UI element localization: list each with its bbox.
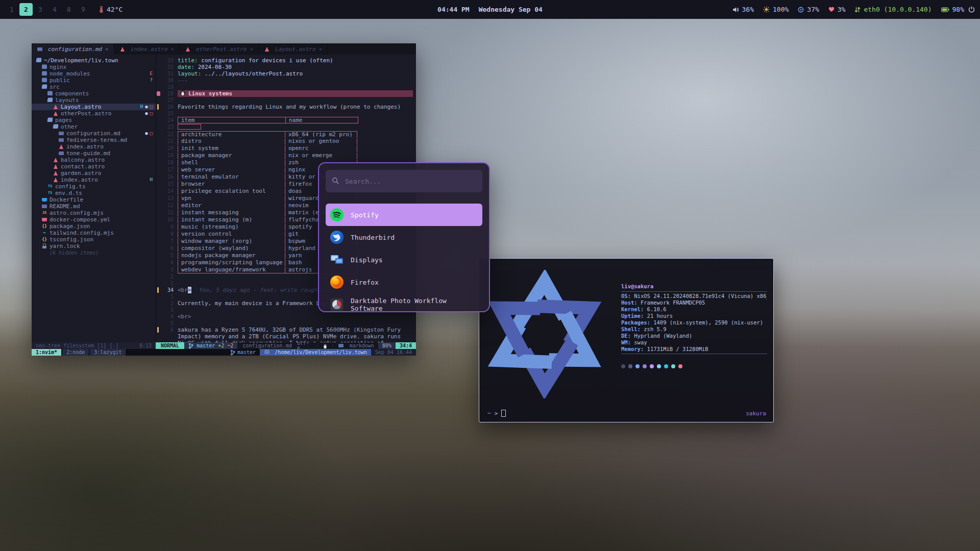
tree-item[interactable]: (6 hidden items)	[32, 249, 156, 256]
markdown-icon	[338, 343, 344, 349]
line-number: 10	[160, 216, 178, 223]
line-number: 11	[160, 209, 178, 216]
editor-tab[interactable]: index.astro×	[114, 43, 180, 55]
tab-close-icon[interactable]: ×	[170, 46, 174, 53]
firefox-app-icon	[330, 275, 344, 289]
buffer-line[interactable]: 28Linux systems	[156, 90, 416, 97]
clock-date: Wednesday Sep 04	[479, 6, 543, 13]
tree-item[interactable]: yarn.lock	[32, 243, 156, 249]
astro-icon	[53, 170, 59, 177]
tab-close-icon[interactable]: ×	[105, 46, 109, 53]
tree-item[interactable]: README.md	[32, 203, 156, 210]
editor-tab[interactable]: Layout.astro×	[259, 43, 328, 55]
tree-item-label: fediverse-terms.md	[66, 137, 127, 143]
tree-item[interactable]: configuration.md●□	[32, 130, 156, 137]
buffer-line[interactable]: 31layout: ../../layouts/otherPost.astro	[156, 70, 416, 77]
editor-tab[interactable]: otherPost.astro×	[180, 43, 259, 55]
tree-item[interactable]: nginx	[32, 64, 156, 70]
buffer-line[interactable]: 6sakura has a Ryzen 5 7640U, 32GB of DDR…	[156, 327, 416, 342]
statusbar-module-volume[interactable]: 36%	[732, 6, 754, 13]
tree-item[interactable]: Dockerfile	[32, 196, 156, 203]
tree-item[interactable]: tone-guide.md	[32, 150, 156, 157]
statusbar-module-brightness[interactable]: 100%	[763, 6, 789, 13]
tree-item[interactable]: package.json	[32, 223, 156, 230]
workspace-button[interactable]: 4	[48, 3, 61, 16]
tree-root[interactable]: ~/Development/liv.town	[32, 57, 156, 64]
vim-mode-indicator: NORMAL	[156, 342, 184, 349]
tree-item[interactable]: node_modulesE	[32, 70, 156, 77]
tree-item[interactable]: pages	[32, 117, 156, 123]
statusbar-module-network[interactable]: eth0 (10.0.0.140)	[854, 6, 932, 13]
tree-item[interactable]: garden.astro	[32, 170, 156, 177]
buffer-line[interactable]: 26Favorite things regarding Linux and my…	[156, 104, 416, 110]
statusbar-module-cpu[interactable]: 3%	[828, 6, 846, 13]
search-input[interactable]	[344, 177, 476, 186]
launcher-item[interactable]: Displays	[326, 248, 482, 271]
buffer-line[interactable]: 19package managernix or emerge	[156, 152, 416, 159]
buffer-line[interactable]: 23	[156, 123, 416, 131]
workspace-button[interactable]: 1	[5, 3, 18, 16]
palette-dot	[621, 364, 625, 368]
tree-item[interactable]: tsconfig.json	[32, 236, 156, 243]
tree-item[interactable]: astro.config.mjs	[32, 210, 156, 216]
shell-prompt[interactable]: ~ >	[487, 410, 506, 417]
tree-item[interactable]: contact.astro	[32, 163, 156, 170]
tree-item[interactable]: config.ts	[32, 183, 156, 190]
workspace-button[interactable]: 2	[19, 3, 33, 16]
tmux-window[interactable]: 1:nvim*	[32, 349, 61, 356]
tmux-window[interactable]: 3:lazygit	[90, 349, 126, 356]
statusbar-module-disk[interactable]: 37%	[798, 6, 819, 13]
tree-item[interactable]: balcony.astro	[32, 157, 156, 163]
buffer-line[interactable]: 5	[156, 320, 416, 327]
fetch-info-row: DE: Hyprland (Wayland)	[621, 333, 767, 339]
search-icon	[332, 177, 339, 186]
tree-item[interactable]: src	[32, 84, 156, 90]
tree-item[interactable]: components	[32, 90, 156, 97]
palette-dot	[650, 364, 654, 368]
tree-item[interactable]: index.astroH	[32, 177, 156, 183]
buffer-line[interactable]: 21distronixos or gentoo	[156, 138, 416, 145]
tree-item[interactable]: Layout.astroH●□	[32, 104, 156, 110]
tree-item[interactable]: docker-compose.yml	[32, 216, 156, 223]
fetch-info-row: Packages: 1409 (nix-system), 2590 (nix-u…	[621, 319, 767, 326]
buffer-line[interactable]: 20init systemopenrc	[156, 145, 416, 152]
launcher-search[interactable]	[326, 170, 482, 192]
workspace-button[interactable]: 3	[34, 3, 47, 16]
prompt-path: ~	[487, 410, 491, 417]
launcher-item[interactable]: Thunderbird	[326, 226, 482, 248]
editor-cursor: >	[188, 287, 191, 293]
tree-item[interactable]: other	[32, 123, 156, 130]
buffer-line[interactable]: 27	[156, 97, 416, 104]
buffer-line[interactable]: 32date: 2024-08-30	[156, 64, 416, 70]
buffer-line[interactable]: 25	[156, 110, 416, 117]
tree-item[interactable]: index.astro	[32, 143, 156, 150]
tree-item[interactable]: env.d.ts	[32, 190, 156, 196]
tab-close-icon[interactable]: ×	[250, 46, 253, 53]
tab-close-icon[interactable]: ×	[319, 46, 323, 53]
workspace-button[interactable]: 8	[62, 3, 76, 16]
editor-tab[interactable]: configuration.md×	[32, 43, 114, 55]
tree-item[interactable]: layouts	[32, 97, 156, 104]
module-value: 37%	[807, 6, 819, 13]
tree-item[interactable]: fediverse-terms.md	[32, 137, 156, 143]
launcher-item[interactable]: Spotify	[326, 204, 482, 226]
buffer-line[interactable]: 24itemname	[156, 117, 416, 123]
tmux-window[interactable]: 2:node	[62, 349, 89, 356]
folder-open-icon	[53, 124, 59, 130]
neotree-status: neo-tree filesystem [1] [-] 8:13	[32, 342, 156, 349]
launcher-item[interactable]: Darktable Photo Workflow Software	[326, 293, 482, 312]
tree-item[interactable]: tailwind.config.mjs	[32, 230, 156, 236]
workspace-button[interactable]: 9	[77, 3, 90, 16]
tree-item[interactable]: otherPost.astro●□	[32, 110, 156, 117]
tree-item[interactable]: public?	[32, 77, 156, 84]
markdown-heading: Linux systems	[178, 90, 413, 97]
buffer-line[interactable]: 30---	[156, 77, 416, 84]
buffer-line[interactable]: 4<br>	[156, 313, 416, 320]
buffer-line[interactable]: 33title: configuration for devices i use…	[156, 57, 416, 64]
fetch-info-row: Uptime: 21 hours	[621, 313, 767, 319]
launcher-item[interactable]: Firefox	[326, 271, 482, 293]
buffer-line[interactable]: 29	[156, 84, 416, 90]
statusbar-module-battery[interactable]: 98%	[941, 6, 964, 13]
buffer-line[interactable]: 22architecturex86_64 (rip m2 pro)	[156, 131, 416, 138]
power-button[interactable]	[968, 6, 975, 13]
